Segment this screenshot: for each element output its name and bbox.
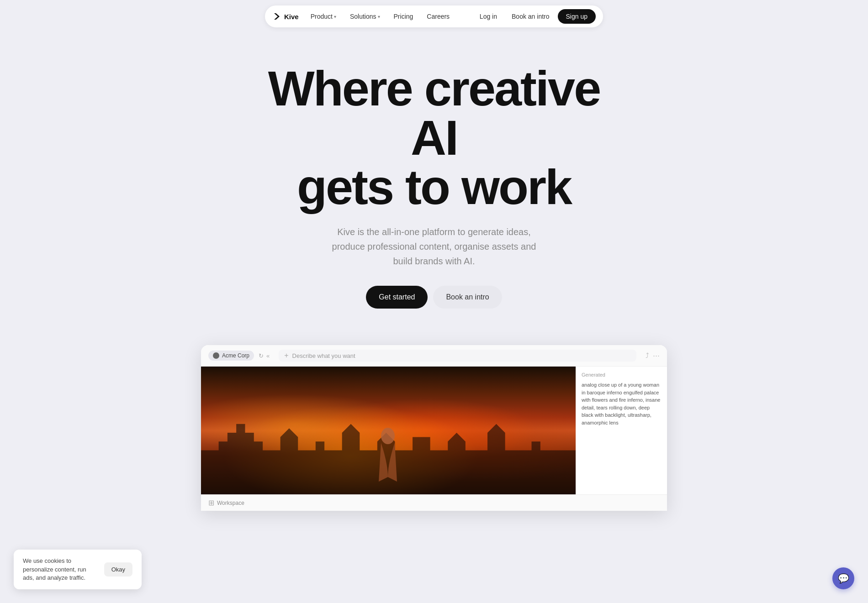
collapse-icon[interactable]: « — [266, 352, 270, 359]
share-icon[interactable]: ⤴ — [646, 351, 649, 360]
nav-logo-text: Kive — [284, 13, 299, 21]
kive-logo-icon — [272, 12, 281, 21]
toolbar-nav-icons: ↻ « — [259, 352, 270, 359]
nav-product[interactable]: Product ▾ — [304, 10, 343, 23]
cookie-text: We use cookies to personalize content, r… — [23, 557, 99, 582]
demo-toolbar: Acme Corp ↻ « + Describe what you want ⤴… — [201, 345, 667, 367]
workspace-name: Acme Corp — [222, 352, 249, 359]
workspace-badge[interactable]: Acme Corp — [208, 351, 254, 361]
demo-section: Acme Corp ↻ « + Describe what you want ⤴… — [0, 345, 868, 511]
nav-links: Product ▾ Solutions ▾ Pricing Careers — [304, 10, 471, 23]
prompt-placeholder: Describe what you want — [292, 352, 355, 359]
generated-text: analog close up of a young woman in baro… — [582, 381, 662, 426]
generated-label: Generated — [582, 372, 662, 378]
cookie-okay-button[interactable]: Okay — [104, 562, 132, 577]
login-button[interactable]: Log in — [473, 10, 503, 23]
chevron-down-icon: ▾ — [334, 14, 336, 19]
menu-icon[interactable]: ⋯ — [653, 351, 660, 360]
figure-silhouette — [370, 427, 406, 482]
nav-logo[interactable]: Kive — [272, 12, 299, 21]
signup-button[interactable]: Sign up — [558, 9, 596, 24]
get-started-button[interactable]: Get started — [366, 286, 428, 309]
grid-icon: ⊞ — [208, 498, 214, 507]
prompt-area[interactable]: + Describe what you want — [279, 350, 636, 362]
hero-cta: Get started Book an intro — [366, 286, 502, 309]
nav-careers[interactable]: Careers — [420, 10, 456, 23]
demo-generated-panel: Generated analog close up of a young wom… — [576, 367, 667, 494]
book-intro-button-hero[interactable]: Book an intro — [433, 286, 502, 309]
hero-subtitle: Kive is the all-in-one platform to gener… — [324, 225, 544, 268]
nav-solutions[interactable]: Solutions ▾ — [344, 10, 386, 23]
svg-point-0 — [381, 428, 395, 444]
workspace-dot — [213, 352, 219, 359]
demo-main-canvas — [201, 367, 576, 494]
refresh-icon[interactable]: ↻ — [259, 352, 264, 359]
nav-pricing[interactable]: Pricing — [387, 10, 420, 23]
chat-button[interactable]: 💬 — [832, 567, 854, 589]
demo-content: Generated analog close up of a young wom… — [201, 367, 667, 494]
cookie-banner: We use cookies to personalize content, r… — [14, 550, 142, 589]
chat-icon: 💬 — [838, 573, 849, 584]
demo-generated-image — [201, 367, 576, 494]
chevron-down-icon: ▾ — [378, 14, 380, 19]
navbar: Kive Product ▾ Solutions ▾ Pricing Caree… — [265, 5, 603, 27]
hero-title: Where creative AI gets to work — [247, 64, 621, 212]
plus-icon: + — [284, 351, 288, 360]
demo-window: Acme Corp ↻ « + Describe what you want ⤴… — [201, 345, 667, 511]
hero-section: Where creative AI gets to work Kive is t… — [0, 0, 868, 336]
toolbar-right-icons: ⤴ ⋯ — [646, 351, 660, 360]
nav-actions: Log in Book an intro Sign up — [473, 9, 596, 24]
demo-bottom-bar: ⊞ Workspace — [201, 494, 667, 511]
workspace-label: Workspace — [217, 500, 244, 506]
book-intro-button-nav[interactable]: Book an intro — [505, 10, 556, 23]
